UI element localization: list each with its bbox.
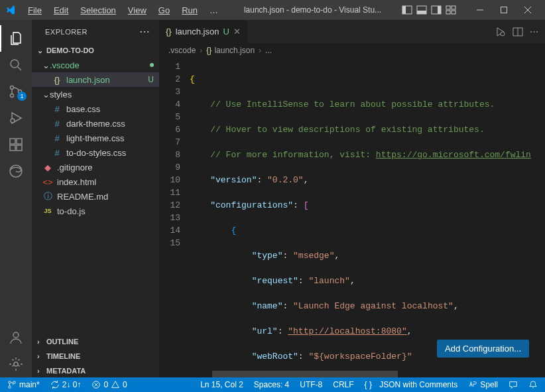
status-encoding[interactable]: UTF-8 xyxy=(298,377,324,392)
svg-point-21 xyxy=(13,332,19,338)
breadcrumb-symbol[interactable]: ... xyxy=(265,46,272,55)
css-file-icon: # xyxy=(52,133,62,143)
status-language-mode[interactable]: { } JSON with Comments xyxy=(363,377,460,392)
file-gitignore[interactable]: ◆ .gitignore xyxy=(32,160,159,174)
search-icon xyxy=(8,57,24,73)
file-todo-js[interactable]: JS to-do.js xyxy=(32,204,159,218)
window-title: launch.json - demo-to-do - Visual Stu... xyxy=(226,5,399,15)
menu-edit[interactable]: Edit xyxy=(48,3,74,18)
breadcrumb-file[interactable]: {} launch.json xyxy=(206,46,255,55)
window-maximize-button[interactable] xyxy=(492,0,516,20)
status-spell[interactable]: Spell xyxy=(466,377,500,392)
gear-icon xyxy=(8,356,24,372)
code-content[interactable]: { // Use IntelliSense to learn about pos… xyxy=(190,58,537,371)
section-label: TIMELINE xyxy=(46,352,80,360)
status-branch[interactable]: main* xyxy=(5,377,42,392)
folder-vscode[interactable]: ⌄ .vscode xyxy=(32,58,159,72)
activity-debug[interactable] xyxy=(0,105,32,131)
status-problems[interactable]: 0 0 xyxy=(90,377,129,392)
svg-rect-18 xyxy=(17,145,22,151)
status-cursor-position[interactable]: Ln 15, Col 2 xyxy=(198,377,245,392)
run-file-icon[interactable] xyxy=(495,27,506,37)
menu-run[interactable]: Run xyxy=(176,3,203,18)
add-configuration-button[interactable]: Add Configuration... xyxy=(437,340,529,358)
file-label: index.html xyxy=(57,177,154,187)
activity-search[interactable] xyxy=(0,52,32,78)
svg-point-22 xyxy=(14,362,18,366)
tab-launch-json[interactable]: {} launch.json U ✕ xyxy=(159,20,248,43)
status-sync[interactable]: 2↓ 0↑ xyxy=(48,377,84,392)
activity-extensions[interactable] xyxy=(0,131,32,158)
svg-rect-10 xyxy=(501,7,507,13)
timeline-section-header[interactable]: › TIMELINE xyxy=(32,348,159,363)
chevron-right-icon: › xyxy=(37,352,46,360)
breadcrumbs[interactable]: .vscode › {} launch.json › ... xyxy=(159,43,545,58)
breadcrumb-folder[interactable]: .vscode xyxy=(168,46,196,55)
menu-go[interactable]: Go xyxy=(153,3,175,18)
modified-dot-icon xyxy=(150,63,154,67)
folder-styles[interactable]: ⌄ styles xyxy=(32,87,159,101)
split-editor-icon[interactable] xyxy=(513,27,523,37)
minimap[interactable] xyxy=(537,58,545,371)
status-feedback[interactable] xyxy=(507,377,520,392)
menubar: File Edit Selection View Go Run … xyxy=(23,3,223,18)
file-label: launch.json xyxy=(66,75,145,85)
activity-accounts[interactable] xyxy=(0,324,32,351)
activity-bar: 1 xyxy=(0,20,32,377)
file-light-theme-css[interactable]: # light-theme.css xyxy=(32,131,159,145)
warning-icon xyxy=(111,380,120,389)
menu-selection[interactable]: Selection xyxy=(75,3,121,18)
file-base-css[interactable]: # base.css xyxy=(32,101,159,116)
tab-bar: {} launch.json U ✕ ⋯ xyxy=(159,20,545,43)
activity-scm[interactable]: 1 xyxy=(0,78,32,105)
outline-section-header[interactable]: › OUTLINE xyxy=(32,334,159,348)
activity-settings[interactable] xyxy=(0,351,32,377)
file-readme-md[interactable]: ⓘ README.md xyxy=(32,189,159,204)
toggle-panel-icon[interactable] xyxy=(416,5,427,15)
file-todo-styles-css[interactable]: # to-do-styles.css xyxy=(32,145,159,160)
menu-file[interactable]: File xyxy=(23,3,47,18)
file-index-html[interactable]: <> index.html xyxy=(32,174,159,189)
toggle-secondary-sidebar-icon[interactable] xyxy=(431,5,442,15)
chevron-right-icon: › xyxy=(200,46,202,55)
status-eol[interactable]: CRLF xyxy=(331,377,355,392)
activity-edge-tools[interactable] xyxy=(0,158,32,184)
error-icon xyxy=(91,380,101,389)
file-tree: ⌄ .vscode {} launch.json U ⌄ styles # ba… xyxy=(32,58,159,334)
window-minimize-button[interactable] xyxy=(468,0,492,20)
css-file-icon: # xyxy=(52,103,62,114)
svg-rect-9 xyxy=(452,11,455,14)
svg-rect-8 xyxy=(446,11,450,14)
file-label: light-theme.css xyxy=(66,133,154,143)
customize-layout-icon[interactable] xyxy=(446,5,456,15)
status-indentation[interactable]: Spaces: 4 xyxy=(252,377,291,392)
project-section-header[interactable]: ⌄ DEMO-TO-DO xyxy=(32,43,159,58)
svg-point-12 xyxy=(11,86,14,90)
vscode-logo-icon xyxy=(5,5,16,15)
code-editor[interactable]: 123456789101112131415 { // Use IntelliSe… xyxy=(159,58,545,371)
svg-point-26 xyxy=(9,381,11,384)
folder-label: styles xyxy=(50,90,154,99)
extensions-icon xyxy=(8,137,24,153)
file-label: dark-theme.css xyxy=(66,119,154,129)
file-launch-json[interactable]: {} launch.json U xyxy=(32,72,159,87)
metadata-section-header[interactable]: › METADATA xyxy=(32,363,159,377)
file-label: to-do-styles.css xyxy=(66,148,154,158)
menu-view[interactable]: View xyxy=(123,3,152,18)
svg-point-27 xyxy=(9,386,11,389)
horizontal-scrollbar[interactable] xyxy=(159,371,545,377)
tab-close-icon[interactable]: ✕ xyxy=(233,27,241,36)
activity-explorer[interactable] xyxy=(0,25,32,52)
tab-git-status: U xyxy=(223,27,229,36)
file-dark-theme-css[interactable]: # dark-theme.css xyxy=(32,116,159,131)
window-close-button[interactable] xyxy=(516,0,540,20)
status-notifications[interactable] xyxy=(526,377,540,392)
bell-icon xyxy=(528,380,538,389)
layout-controls xyxy=(402,5,456,15)
scm-badge: 1 xyxy=(17,92,27,101)
editor-more-icon[interactable]: ⋯ xyxy=(530,27,538,36)
sidebar-more-icon[interactable]: ⋯ xyxy=(139,25,151,38)
svg-rect-16 xyxy=(10,139,15,144)
toggle-primary-sidebar-icon[interactable] xyxy=(402,5,412,15)
menu-more[interactable]: … xyxy=(204,3,223,18)
